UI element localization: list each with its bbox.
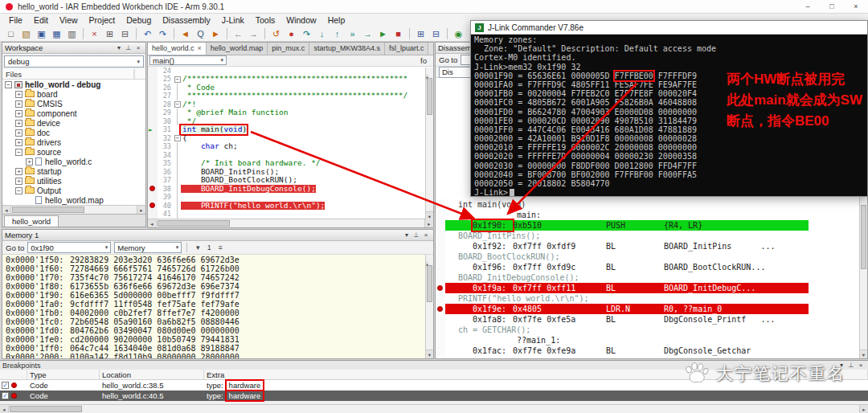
new-document-icon[interactable]: □ [4, 27, 18, 40]
expander-icon[interactable]: + [26, 158, 33, 166]
disassembly-row[interactable]: 0x1fa8:0xf7fe 0xfe5aBLDbgConsole_Printf … [436, 314, 859, 325]
jlink-title-bar[interactable]: J J-Link Commander V7.86e [471, 21, 867, 35]
breakpoint-margin[interactable] [148, 117, 158, 126]
find-previous-icon[interactable]: ◄ [178, 27, 192, 40]
step-out-icon[interactable]: ↑ [330, 27, 344, 40]
breakpoint-icon[interactable] [149, 186, 155, 191]
tree-item-startup[interactable]: +startup [2, 166, 145, 176]
minimize-button[interactable]: – [796, 0, 820, 14]
memory-row[interactable]: 0x0000'1fd0:804762b6 03490047 080d00e0 0… [6, 326, 425, 335]
tab-hello-world-c[interactable]: hello_world.c× [148, 43, 207, 55]
scroll-right-icon[interactable]: ▸ [859, 405, 868, 413]
checkbox-checked-icon[interactable]: ✓ [2, 392, 9, 399]
fold-margin[interactable] [174, 210, 181, 219]
tree-item-board[interactable]: +board [2, 89, 145, 99]
expander-icon[interactable]: + [15, 91, 23, 98]
breakpoint-margin[interactable] [148, 108, 158, 117]
panel-menu-icon[interactable]: ▾ [402, 230, 411, 240]
scroll-left-icon[interactable]: ◂ [2, 206, 11, 214]
disassembly-row[interactable]: main: [436, 210, 859, 220]
tree-item-source[interactable]: −source [2, 147, 145, 157]
scroll-down-icon[interactable]: ▾ [426, 350, 433, 358]
scrollbar-thumb[interactable] [12, 206, 84, 213]
save-icon[interactable]: ▣ [35, 27, 48, 40]
breakpoint-margin[interactable] [148, 75, 158, 84]
reset-icon[interactable]: ↺ [269, 27, 283, 40]
disassembly-row[interactable]: 0x1f90:0xb510PUSH{R4, LR} [436, 220, 859, 231]
panel-menu-icon[interactable]: ▾ [114, 43, 124, 53]
breakpoint-margin[interactable]: ► [148, 125, 158, 134]
menu-project[interactable]: Project [84, 14, 121, 27]
scrollbar-thumb[interactable] [861, 205, 866, 269]
fold-collapse-icon[interactable]: − [174, 76, 181, 83]
editor-line[interactable]: 38 BOARD_InitDebugConsole(); [148, 185, 433, 194]
fold-margin[interactable] [174, 117, 181, 126]
scrollbar-track[interactable] [426, 264, 433, 350]
window-split-icon[interactable]: ⊟ [429, 27, 443, 40]
disassembly-row[interactable]: 0x1f9e:0x4805LDR.NR0, ??main_0 [436, 304, 859, 314]
disassembly-row[interactable]: 0x1fac:0xf7fe 0xfe9aBLDbgConsole_Getchar [436, 346, 859, 356]
tab-fsl-lpuart-c[interactable]: fsl_lpuart.c [385, 43, 429, 55]
breakpoint-margin[interactable] [148, 100, 158, 109]
expander-icon[interactable]: − [15, 187, 23, 194]
scrollbar-thumb[interactable] [10, 406, 82, 412]
breakpoint-margin[interactable] [148, 185, 158, 194]
disassembly-row[interactable]: 0x1f92:0xf7ff 0xfdf9BLBOARD_InitPins ... [436, 241, 859, 251]
panel-pin-icon[interactable]: ⊥ [124, 43, 133, 53]
memory-row[interactable]: 0x0000'1fe0:cd200000 90200000 10b50749 7… [6, 335, 425, 344]
scrollbar-thumb[interactable] [427, 78, 432, 115]
fold-margin[interactable] [174, 185, 181, 194]
undo-icon[interactable]: ↶ [141, 27, 154, 40]
window-layout-icon[interactable]: ⊞ [414, 27, 428, 40]
expander-icon[interactable]: + [15, 168, 23, 175]
menu-window[interactable]: Window [280, 14, 321, 27]
breakpoint-icon[interactable] [149, 202, 155, 208]
memory-row[interactable]: 0x0000'1f80:6173655b 636f6e66 69672d3e 6… [6, 282, 425, 291]
fold-margin[interactable] [174, 193, 181, 202]
fold-collapse-icon[interactable]: − [174, 135, 181, 141]
tree-item-hello-world-debug[interactable]: −hello_world - debug [2, 80, 145, 89]
fold-margin[interactable] [174, 125, 181, 134]
tab-hello-world-map[interactable]: hello_world.map [207, 43, 268, 55]
menu-file[interactable]: File [3, 14, 28, 27]
disassembly-row[interactable]: BOARD_InitDebugConsole(); [436, 272, 859, 283]
fold-margin[interactable] [174, 168, 181, 177]
breakpoint-margin[interactable] [148, 168, 158, 177]
fold-collapse-icon[interactable]: − [174, 101, 181, 108]
panel-close-icon[interactable]: × [421, 230, 431, 240]
fold-margin[interactable] [174, 202, 181, 211]
memory-goto-input[interactable]: 0x1f90 ▾ [27, 242, 111, 253]
redo-icon[interactable]: ↷ [156, 27, 170, 40]
menu-j-link[interactable]: J-Link [216, 14, 250, 27]
fold-margin[interactable] [174, 108, 181, 117]
find-next-icon[interactable]: ► [209, 27, 223, 40]
breakpoints-scrollbar-horizontal[interactable]: ◂ ▸ [0, 404, 868, 413]
scroll-right-icon[interactable]: ▸ [137, 206, 145, 214]
editor-line[interactable]: 41 [148, 210, 433, 219]
print-icon[interactable]: ▥ [65, 27, 79, 40]
fold-margin[interactable]: − [174, 75, 181, 84]
menu-tools[interactable]: Tools [250, 14, 281, 27]
scrollbar-track[interactable] [426, 76, 433, 211]
power-icon[interactable]: ◉ [452, 27, 465, 40]
expander-icon[interactable]: − [15, 149, 23, 156]
tab-pin-mux-c[interactable]: pin_mux.c [268, 43, 309, 55]
panel-pin-icon[interactable]: ⊥ [411, 230, 421, 240]
search-icon[interactable]: Q [194, 27, 207, 40]
disassembly-row[interactable]: BOARD_BootClockRUN(); [436, 251, 859, 262]
fold-margin[interactable] [174, 142, 181, 151]
step-over-icon[interactable]: ↷ [300, 27, 313, 40]
workspace-tab-hello-world[interactable]: hello_world [4, 215, 59, 227]
memory-row[interactable]: 0x0000'1f90:616e6365 5d000000 00befff7 f… [6, 291, 425, 300]
cut-icon[interactable]: × [88, 27, 101, 40]
menu-disassembly[interactable]: Disassembly [157, 14, 216, 27]
scroll-left-icon[interactable]: ◂ [148, 219, 157, 227]
editor-line[interactable]: 40 PRINTF("hello world.\r\n"); [148, 202, 433, 211]
memory-row[interactable]: 0x0000'1fb0:04002000 c0b2fef7 8ffef7e7 f… [6, 309, 425, 317]
disassembly-row[interactable]: 0x1f96:0xf7ff 0xfd9cBLBOARD_BootClockRUN… [436, 262, 859, 272]
breakpoint-margin[interactable] [148, 202, 158, 211]
disassembly-row[interactable]: PRINTF("hello world.\r\n"); [436, 293, 859, 304]
disassembly-row[interactable]: BOARD_InitPins(); [436, 231, 859, 241]
disassembly-row[interactable]: ??main_1: [436, 335, 859, 346]
close-button[interactable]: × [844, 0, 868, 14]
